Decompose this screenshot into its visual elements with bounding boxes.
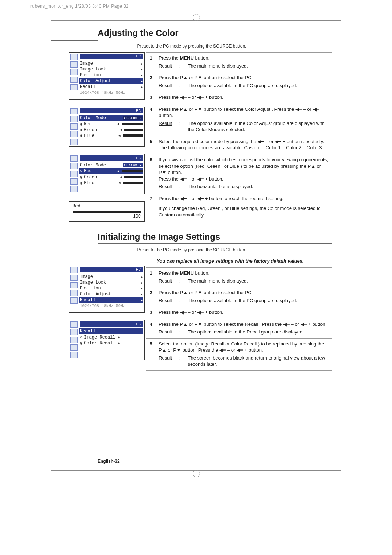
step-number: 4: [146, 319, 156, 338]
osd-item: Image Lock: [80, 67, 106, 72]
heading-adjusting-color: Adjusting the Color: [98, 28, 332, 38]
slider-bar: [122, 170, 143, 172]
step-body: Press the ◀━ – or ◀━ + button.: [156, 92, 332, 104]
heading-initializing: Initializing the Image Settings: [98, 232, 332, 242]
osd-icon: [70, 163, 78, 169]
osd-item-selected: Color Adjust: [80, 78, 111, 84]
arrow-icon: ▸: [140, 79, 143, 84]
osd-red-value: 100: [73, 214, 141, 219]
section2-intro: You can replace all image settings with …: [156, 258, 332, 264]
osd-badge: Custom ▸: [123, 116, 143, 120]
osd-item-selected: Recall: [80, 297, 95, 303]
step-body: If you wish adjust the color which best …: [156, 154, 332, 193]
result-label: Result: [159, 278, 172, 284]
result-label: Result: [159, 355, 172, 368]
osd-item: Color Adjust: [80, 292, 111, 297]
osd-color-mode-2: PC Color ModeCustom ▸ Red Green Blue: [69, 154, 145, 194]
step-note: If you change the Red, Green , or Blue s…: [159, 205, 330, 218]
osd-pc-menu-recall: PC Image▸ Image Lock▸ Position▸ Color Ad…: [69, 266, 145, 313]
osd-icon: [70, 84, 78, 90]
osd-icon: [70, 155, 78, 162]
arrow-left-icon: [118, 180, 121, 185]
heading-rule: [98, 243, 332, 244]
section1-steps: 1Press the MENU button.Result: The main …: [146, 52, 332, 221]
arrow-left-icon: [117, 169, 120, 174]
osd-recall-options: PC Recall Image Recall ▸ Color Recall ▸: [69, 320, 145, 360]
osd-item: Position: [80, 73, 101, 78]
osd-resolution: 1024x768 48kHz 59Hz: [80, 304, 125, 308]
section2-left-col: PC Image▸ Image Lock▸ Position▸ Color Ad…: [51, 256, 146, 360]
arrow-left-icon: [120, 174, 122, 179]
arrow-icon: ▸: [140, 286, 143, 291]
preset-note: Preset to the PC mode by pressing the SO…: [51, 247, 332, 252]
osd-icon: [70, 123, 78, 130]
osd-icon: [70, 178, 78, 185]
result-text: The horizontal bar is displayed.: [188, 183, 253, 190]
page-footer: English-32: [98, 459, 120, 464]
result-label: Result: [159, 82, 172, 89]
osd-red-selected: Red: [80, 169, 92, 174]
arrow-left-icon: [120, 127, 122, 132]
osd-icon: [70, 297, 78, 304]
osd-recall-label: Recall: [80, 329, 95, 334]
arrow-icon: ▸: [140, 292, 143, 297]
osd-red-slider: Red 100: [69, 201, 145, 222]
osd-icon: [70, 61, 78, 68]
osd-icon: [70, 290, 78, 296]
arrow-icon: ▸: [140, 275, 143, 279]
steps-table: 1Press the MENU button.Result: The main …: [146, 52, 332, 221]
step-number: 7: [146, 193, 156, 221]
osd-icon: [70, 329, 78, 335]
osd-icon: [70, 54, 78, 60]
steps-table: 1Press the MENU button.Result: The main …: [146, 267, 332, 371]
step-number: 1: [146, 268, 156, 287]
osd-icon: [70, 139, 78, 145]
crop-mark-bottom: [196, 470, 196, 478]
step-number: 4: [146, 104, 156, 136]
step-body: Press the ◀━ – or ◀━ + button to reach t…: [156, 193, 332, 221]
result-label: Result: [159, 120, 172, 133]
osd-title: PC: [80, 108, 143, 113]
osd-resolution: 1024x768 48kHz 59Hz: [80, 90, 125, 95]
arrow-icon: ▸: [140, 67, 143, 72]
osd-icon: [70, 267, 78, 273]
result-label: Result: [159, 329, 172, 335]
osd-icon: [70, 352, 78, 358]
osd-blue: Blue: [80, 180, 94, 186]
osd-red-label: Red: [73, 204, 141, 209]
arrow-icon: ▸: [140, 298, 143, 303]
result-text: The screen becomes black and return to o…: [188, 355, 330, 368]
step-number: 5: [146, 338, 156, 370]
slider-bar: [73, 211, 141, 213]
osd-title: PC: [80, 155, 143, 161]
crop-mark-top: [196, 13, 196, 21]
slider-bar: [122, 123, 143, 125]
osd-item: Position: [80, 286, 101, 291]
osd-pc-menu: PC Image▸ Image Lock▸ Position▸ Color Ad…: [69, 52, 145, 100]
preset-note: Preset to the PC mode by pressing the SO…: [51, 44, 332, 49]
arrow-icon: ▸: [140, 85, 143, 89]
osd-icon: [70, 69, 78, 75]
osd-title: PC: [80, 267, 143, 272]
arrow-icon: ▸: [140, 280, 143, 285]
result-text: The options available in the Recall grou…: [188, 329, 303, 335]
step-body: Press the P▲ or P▼ button to select the …: [156, 72, 332, 92]
step-body: Press the ◀━ – or ◀━ + button.: [156, 307, 332, 319]
osd-icon: [70, 116, 78, 122]
step-body: Select the option (Image Recall or Color…: [156, 338, 332, 370]
step-body: Press the MENU button.Result: The main m…: [156, 53, 332, 72]
osd-color-recall: Color Recall ▸: [80, 340, 121, 346]
osd-item: Color Mode: [80, 163, 106, 168]
result-text: The options available in the PC group ar…: [188, 82, 297, 89]
section1-left-col: PC Image▸ Image Lock▸ Position▸ Color Ad…: [51, 52, 146, 222]
section1-content: PC Image▸ Image Lock▸ Position▸ Color Ad…: [51, 52, 332, 222]
osd-title: PC: [80, 54, 143, 59]
step-body: Press the P▲ or P▼ button to select the …: [156, 104, 332, 136]
osd-icon: [70, 131, 78, 137]
result-label: Result: [159, 297, 172, 304]
step-body: Select the required color mode by pressi…: [156, 136, 332, 154]
step-body: Press the P▲ or P▼ button to select the …: [156, 319, 332, 338]
step-number: 6: [146, 154, 156, 193]
imposition-header: rubens_monitor_eng 1/28/03 8:40 PM Page …: [0, 0, 392, 10]
osd-color-mode-1: PC Color ModeCustom ▸ Red Green Blue: [69, 107, 145, 147]
